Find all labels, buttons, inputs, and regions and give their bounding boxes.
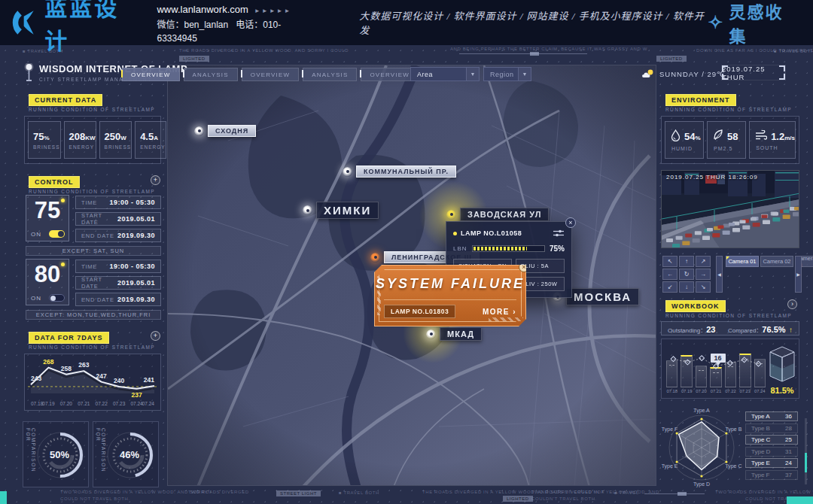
camera-prev-button[interactable]: ◀: [716, 256, 723, 293]
svg-text:268: 268: [43, 358, 53, 366]
cube-percwhile-value: 81.5%: [766, 386, 799, 395]
workbook-x-labels: 07.1807.1907.2007.2107.2207.2307.24: [666, 389, 766, 393]
camera-video-feed[interactable]: 2019.07.25 THUR 18:26:09: [661, 170, 799, 248]
control-row-end-date[interactable]: END DATE2019.09.30: [75, 229, 161, 242]
row-label: END DATE: [81, 232, 114, 239]
map-label-3[interactable]: ЗАВОДСКАЯ УЛ: [446, 208, 549, 221]
map-label-0[interactable]: СХОДНЯ: [194, 125, 256, 137]
corner-accent: [0, 491, 7, 504]
legend-value: 25: [785, 436, 792, 443]
legend-row-type-a[interactable]: Type A36: [745, 411, 798, 421]
camera-button-2[interactable]: Camera 02: [760, 256, 793, 267]
lamp-pin-icon[interactable]: [303, 205, 312, 215]
row-label: TIME: [81, 199, 97, 206]
current-data-badge: CURRENT DATA: [29, 94, 102, 106]
env-value: 54%: [684, 131, 701, 142]
stat-label: BRINESS: [105, 144, 132, 150]
decor-badge: STREET LIGHT: [276, 490, 321, 496]
lamp-pin-icon[interactable]: [426, 329, 436, 339]
lamp-level-box: 75ON: [26, 195, 69, 241]
legend-row-type-d[interactable]: Type D31: [745, 447, 798, 457]
tab-analysis-3[interactable]: ANALYSIS: [303, 68, 357, 81]
control-row-time[interactable]: TIME19:00 - 05:30: [75, 260, 161, 273]
svg-text:Type A: Type A: [693, 408, 710, 414]
lamp-pin-icon[interactable]: [370, 253, 380, 263]
legend-row-type-c[interactable]: Type C25: [745, 435, 798, 445]
workbook-x-label: 07.19: [681, 389, 692, 393]
control-add-button[interactable]: +: [151, 175, 160, 185]
wind-icon: [755, 130, 767, 144]
map-label-1[interactable]: КОММУНАЛЬНЫЙ ПР.: [343, 165, 456, 178]
control-row-time[interactable]: TIME19:00 - 05:30: [75, 196, 161, 209]
dpad-3-button[interactable]: ←: [662, 269, 678, 280]
chevron-down-icon[interactable]: ▼: [466, 68, 479, 80]
seven-day-badge: DATA FOR 7DAYS: [29, 332, 109, 344]
website-link[interactable]: www.lanlanwork.com: [157, 4, 248, 15]
decor-text: AND BEING PERHAPS THE BETTER CLAIM, BECA…: [450, 47, 647, 51]
control-row-start-date[interactable]: START DATE2019.05.01: [75, 276, 161, 290]
lamp-pin-icon[interactable]: [194, 126, 204, 136]
failure-title: SYSTEM FAILURE: [375, 276, 525, 292]
dpad-2-button[interactable]: ↗: [696, 256, 711, 267]
decor-slider[interactable]: [644, 493, 705, 494]
legend-label: Type C: [751, 436, 770, 443]
camera-button-1[interactable]: Camera 01: [726, 256, 759, 267]
map-label-2[interactable]: ХИМКИ: [303, 202, 379, 219]
dpad-8-button[interactable]: ↘: [696, 281, 711, 293]
svg-text:Type D: Type D: [693, 481, 710, 487]
scrollbar[interactable]: [805, 418, 807, 484]
close-icon[interactable]: ×: [565, 217, 576, 228]
lamp-pin-icon[interactable]: [343, 167, 352, 177]
env-south: 1.2m/sSOUTH: [749, 121, 796, 159]
area-select-value: Area: [411, 71, 466, 78]
workbook-next-button[interactable]: ›: [787, 299, 797, 309]
streetlamp-icon: [24, 63, 34, 83]
env-label: SOUTH: [755, 145, 795, 150]
env-pm25: 58PM2.5: [707, 121, 746, 159]
decor-slider[interactable]: [459, 53, 587, 54]
tab-overview-2[interactable]: OVERVIEW: [242, 68, 300, 81]
sliders-icon[interactable]: [553, 229, 565, 238]
dpad-6-button[interactable]: ↙: [662, 281, 678, 293]
seven-day-add-button[interactable]: +: [151, 331, 160, 341]
legend-value: 36: [785, 413, 792, 420]
workbook-stats: Outstanding：23 Compared：76.5% ↑: [661, 321, 799, 335]
dpad-4-button[interactable]: ↻: [679, 269, 694, 280]
area-select[interactable]: Area ▼: [410, 67, 480, 81]
camera-timestamp: 2019.07.25 THUR 18:26:09: [666, 174, 758, 181]
except-bar: EXCEPT: SAT, SUN: [26, 246, 161, 256]
legend-row-type-f[interactable]: Type F37: [745, 470, 798, 480]
lamp-pin-icon[interactable]: [446, 210, 456, 220]
tab-overview-0[interactable]: OVERVIEW: [122, 68, 180, 81]
dpad-0-button[interactable]: ↖: [662, 256, 678, 267]
row-value: 19:00 - 05:30: [109, 263, 155, 270]
dpad-1-button[interactable]: ↑: [679, 256, 694, 267]
workbook-badge: WORKBOOK: [665, 300, 726, 312]
legend-value: 37: [785, 472, 792, 478]
inspiration-collect[interactable]: ✧ 灵感收集: [708, 0, 799, 47]
capacity-cube: [769, 345, 796, 383]
more-button[interactable]: MORE ›: [483, 308, 516, 316]
svg-text:263: 263: [78, 361, 89, 369]
legend-value: 31: [785, 448, 792, 455]
lamp-toggle[interactable]: [49, 230, 65, 238]
region-select[interactable]: Region ▼: [483, 67, 531, 81]
spark-icon: ✧: [708, 12, 724, 33]
camera-next-button[interactable]: ▶: [795, 256, 802, 293]
tab-analysis-1[interactable]: ANALYSIS: [184, 68, 238, 81]
control-row-start-date[interactable]: START DATE2019.05.01: [75, 212, 161, 226]
svg-text:07.22: 07.22: [96, 401, 108, 406]
decor-text: TWO ROADS DIVERGED IN A YELLOW WOOD, AND…: [715, 490, 813, 494]
camera-dpad: ↖↑↗←↻→↙↓↘: [662, 256, 711, 293]
map-label-5[interactable]: МКАД: [426, 327, 482, 341]
decor-text: DOWN ONE AS FAR AS I COULD TO WHERE IT: [696, 48, 813, 53]
dpad-7-button[interactable]: ↓: [679, 281, 694, 293]
lamp-toggle[interactable]: [49, 294, 65, 302]
dpad-5-button[interactable]: →: [696, 269, 711, 280]
legend-row-type-e[interactable]: Type E24: [745, 458, 798, 468]
chevron-down-icon[interactable]: ▼: [518, 68, 531, 80]
control-row-end-date[interactable]: END DATE2019.09.30: [75, 293, 161, 306]
svg-text:07.20: 07.20: [60, 401, 73, 406]
legend-row-type-b[interactable]: Type B28: [745, 424, 798, 433]
svg-text:243: 243: [31, 375, 41, 382]
